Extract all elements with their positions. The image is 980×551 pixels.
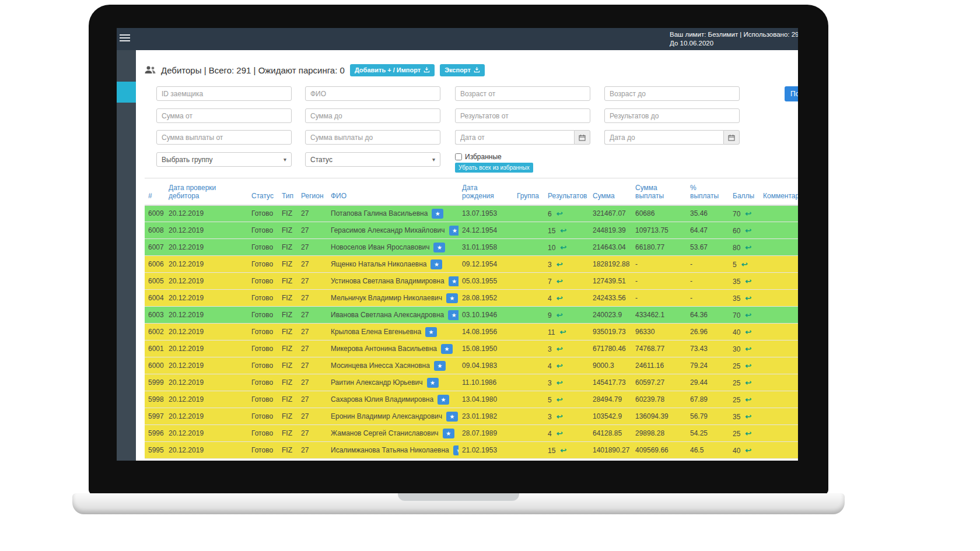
reply-arrow-icon[interactable]: ↩: [560, 446, 566, 455]
reply-arrow-icon[interactable]: ↩: [745, 226, 751, 235]
comment: [760, 307, 798, 324]
filter-payout-to-input[interactable]: [305, 130, 440, 145]
sum: 28494.79: [589, 391, 632, 408]
remove-favorites-button[interactable]: Убрать всех из избранных: [455, 163, 533, 173]
reply-arrow-icon[interactable]: ↩: [560, 243, 566, 252]
comment: [760, 357, 798, 374]
reply-arrow-icon[interactable]: ↩: [556, 345, 563, 353]
export-icon: [474, 66, 480, 74]
filter-sum-to-input[interactable]: [305, 108, 440, 123]
type: FIZ: [278, 205, 298, 222]
status: Готово: [248, 290, 278, 307]
reply-arrow-icon[interactable]: ↩: [556, 395, 563, 404]
filter-date-to-input[interactable]: [604, 130, 723, 145]
search-button[interactable]: Поиск: [785, 86, 798, 101]
favorite-star-button[interactable]: ★: [430, 259, 442, 269]
favorite-star-button[interactable]: ★: [433, 243, 445, 252]
filter-results-from-input[interactable]: [455, 108, 590, 123]
payout-sum: 60239.78: [632, 391, 687, 408]
group: [513, 391, 544, 408]
reply-arrow-icon[interactable]: ↩: [745, 328, 751, 336]
reply-arrow-icon[interactable]: ↩: [556, 429, 563, 438]
favorite-star-button[interactable]: ★: [427, 378, 439, 388]
favorite-star-button[interactable]: ★: [449, 276, 459, 286]
reply-arrow-icon[interactable]: ↩: [556, 311, 563, 320]
favorite-star-button[interactable]: ★: [432, 209, 443, 219]
favorite-star-button[interactable]: ★: [438, 395, 449, 405]
export-button[interactable]: Экспорт: [440, 64, 485, 76]
status: Готово: [248, 391, 278, 408]
row-id: 6001: [145, 341, 165, 357]
reply-arrow-icon[interactable]: ↩: [556, 412, 563, 421]
reply-arrow-icon[interactable]: ↩: [745, 395, 751, 404]
reply-arrow-icon[interactable]: ↩: [560, 226, 566, 235]
table-row: 599720.12.2019ГотовоFIZ27Еронин Владимир…: [145, 408, 798, 425]
reply-arrow-icon[interactable]: ↩: [745, 345, 751, 353]
column-header: Тип: [278, 178, 298, 205]
reply-arrow-icon[interactable]: ↩: [745, 311, 751, 320]
reply-arrow-icon[interactable]: ↩: [741, 260, 748, 269]
laptop-notch: [398, 493, 519, 501]
favorite-star-button[interactable]: ★: [443, 429, 454, 438]
reply-arrow-icon[interactable]: ↩: [556, 260, 563, 269]
reply-arrow-icon[interactable]: ↩: [745, 209, 751, 218]
debtor-name: Герасимов Александр Михайлович: [331, 226, 445, 234]
reply-arrow-icon[interactable]: ↩: [556, 362, 563, 370]
favorite-star-button[interactable]: ★: [441, 344, 453, 354]
reply-arrow-icon[interactable]: ↩: [556, 277, 563, 286]
payout-percent: 67.89: [687, 391, 729, 408]
region: 27: [298, 205, 327, 222]
reply-arrow-icon[interactable]: ↩: [745, 277, 751, 286]
import-icon: [424, 66, 430, 74]
filter-payout-from-input[interactable]: [156, 130, 292, 145]
reply-arrow-icon[interactable]: ↩: [745, 446, 751, 455]
laptop-base: [72, 493, 845, 514]
favorite-star-button[interactable]: ★: [446, 412, 458, 422]
filter-fio-input[interactable]: [305, 86, 440, 101]
filter-results-to-input[interactable]: [604, 108, 740, 123]
reply-arrow-icon[interactable]: ↩: [745, 362, 751, 370]
reply-arrow-icon[interactable]: ↩: [745, 378, 751, 387]
reply-arrow-icon[interactable]: ↩: [745, 243, 751, 252]
reply-arrow-icon[interactable]: ↩: [745, 412, 751, 421]
reply-arrow-icon[interactable]: ↩: [559, 328, 566, 336]
sum: 671780.46: [589, 341, 632, 357]
status-select[interactable]: Статус ▾: [305, 152, 440, 167]
debtor-name: Мельничук Владимир Николаевич: [331, 293, 442, 301]
results-cell: 10↩: [544, 239, 589, 256]
favorite-star-button[interactable]: ★: [425, 327, 437, 337]
reply-arrow-icon[interactable]: ↩: [745, 294, 751, 303]
payout-sum: 409569.66: [632, 442, 687, 459]
reply-arrow-icon[interactable]: ↩: [556, 378, 563, 387]
favorite-star-button[interactable]: ★: [434, 361, 446, 371]
favorite-star-button[interactable]: ★: [446, 293, 458, 303]
table-row: 600320.12.2019ГотовоFIZ27Иванова Светлан…: [145, 307, 798, 324]
menu-icon[interactable]: [120, 34, 130, 43]
sidebar-active-item[interactable]: [117, 82, 136, 103]
group-select[interactable]: Выбрать группу ▾: [156, 152, 292, 167]
favorite-star-button[interactable]: ★: [449, 226, 459, 236]
sum: 935019.73: [589, 324, 632, 341]
add-import-button[interactable]: Добавить + / Импорт: [350, 64, 435, 76]
results-cell: 3↩: [544, 374, 589, 391]
region: 27: [298, 391, 327, 408]
reply-arrow-icon[interactable]: ↩: [745, 429, 751, 438]
column-header: Группа: [513, 178, 544, 205]
birth-date: 31.01.1958: [459, 239, 513, 256]
type: FIZ: [278, 324, 298, 341]
filter-age-to-input[interactable]: [604, 86, 740, 101]
results-count: 3: [548, 261, 552, 269]
favorite-star-button[interactable]: ★: [448, 310, 459, 320]
favorites-checkbox[interactable]: [455, 153, 462, 160]
calendar-icon[interactable]: [723, 130, 740, 145]
filter-sum-from-input[interactable]: [156, 108, 292, 123]
filter-date-from-input[interactable]: [455, 130, 574, 145]
calendar-icon[interactable]: [574, 130, 590, 145]
favorite-star-button[interactable]: ★: [453, 445, 459, 455]
check-date: 20.12.2019: [165, 391, 248, 408]
reply-arrow-icon[interactable]: ↩: [556, 294, 563, 303]
debtor-name: Крылова Елена Евгеньевна: [331, 327, 421, 335]
reply-arrow-icon[interactable]: ↩: [556, 209, 563, 218]
filter-age-from-input[interactable]: [455, 86, 590, 101]
filter-debtor-id-input[interactable]: [156, 86, 292, 101]
